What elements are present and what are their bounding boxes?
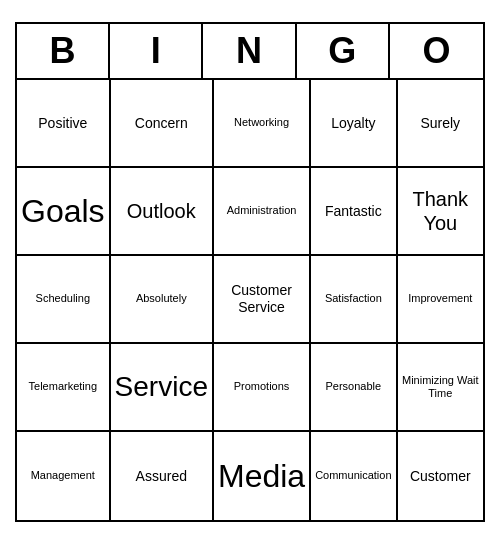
bingo-cell: Scheduling [17, 256, 111, 344]
bingo-cell: Customer [398, 432, 483, 520]
bingo-cell: Management [17, 432, 111, 520]
cell-text: Loyalty [331, 115, 375, 132]
bingo-cell: Absolutely [111, 256, 214, 344]
cell-text: Surely [420, 115, 460, 132]
cell-text: Fantastic [325, 203, 382, 220]
cell-text: Thank You [402, 187, 479, 235]
bingo-cell: Goals [17, 168, 111, 256]
header-letter: G [297, 24, 390, 78]
cell-text: Absolutely [136, 292, 187, 305]
bingo-cell: Customer Service [214, 256, 311, 344]
bingo-cell: Positive [17, 80, 111, 168]
cell-text: Administration [227, 204, 297, 217]
cell-text: Management [31, 469, 95, 482]
cell-text: Minimizing Wait Time [402, 374, 479, 400]
bingo-cell: Minimizing Wait Time [398, 344, 483, 432]
cell-text: Goals [21, 192, 105, 230]
bingo-cell: Personable [311, 344, 397, 432]
cell-text: Promotions [234, 380, 290, 393]
cell-text: Telemarketing [29, 380, 97, 393]
cell-text: Outlook [127, 199, 196, 223]
bingo-cell: Thank You [398, 168, 483, 256]
bingo-card: BINGO PositiveConcernNetworkingLoyaltySu… [15, 22, 485, 522]
cell-text: Customer [410, 468, 471, 485]
cell-text: Concern [135, 115, 188, 132]
cell-text: Positive [38, 115, 87, 132]
bingo-cell: Loyalty [311, 80, 397, 168]
bingo-cell: Outlook [111, 168, 214, 256]
bingo-cell: Promotions [214, 344, 311, 432]
bingo-cell: Surely [398, 80, 483, 168]
cell-text: Scheduling [36, 292, 90, 305]
cell-text: Improvement [408, 292, 472, 305]
bingo-cell: Communication [311, 432, 397, 520]
bingo-cell: Telemarketing [17, 344, 111, 432]
bingo-cell: Networking [214, 80, 311, 168]
cell-text: Media [218, 457, 305, 495]
bingo-cell: Service [111, 344, 214, 432]
cell-text: Customer Service [218, 282, 305, 316]
cell-text: Personable [326, 380, 382, 393]
cell-text: Networking [234, 116, 289, 129]
cell-text: Assured [136, 468, 187, 485]
bingo-cell: Fantastic [311, 168, 397, 256]
bingo-cell: Concern [111, 80, 214, 168]
cell-text: Communication [315, 469, 391, 482]
header-letter: I [110, 24, 203, 78]
bingo-header: BINGO [17, 24, 483, 80]
bingo-cell: Improvement [398, 256, 483, 344]
header-letter: O [390, 24, 483, 78]
bingo-cell: Satisfaction [311, 256, 397, 344]
bingo-cell: Assured [111, 432, 214, 520]
cell-text: Service [115, 370, 208, 404]
bingo-cell: Administration [214, 168, 311, 256]
header-letter: B [17, 24, 110, 78]
cell-text: Satisfaction [325, 292, 382, 305]
bingo-cell: Media [214, 432, 311, 520]
header-letter: N [203, 24, 296, 78]
bingo-grid: PositiveConcernNetworkingLoyaltySurelyGo… [17, 80, 483, 520]
